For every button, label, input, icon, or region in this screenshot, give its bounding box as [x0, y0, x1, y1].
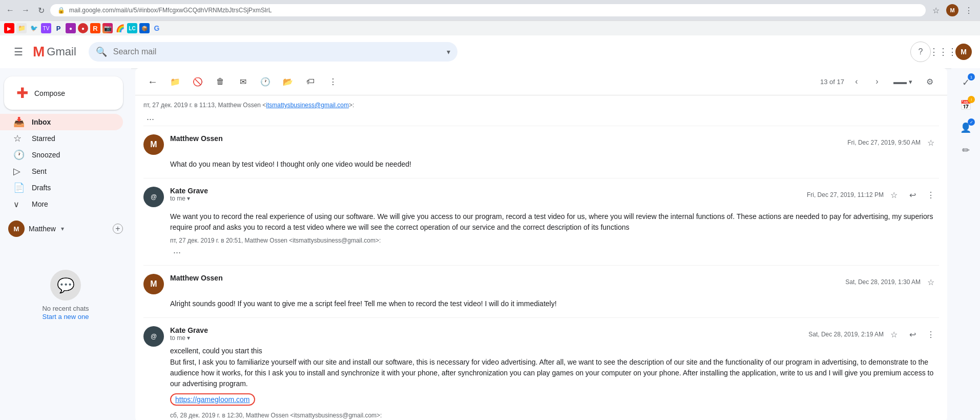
- ext-paypal[interactable]: P: [53, 23, 64, 33]
- star-btn-4[interactable]: ☆: [886, 326, 902, 343]
- user-avatar[interactable]: M: [955, 44, 972, 60]
- kate-avatar-4: @: [143, 326, 164, 347]
- compose-button[interactable]: ✚ Compose: [4, 76, 123, 110]
- sidebar-label-drafts: Drafts: [32, 184, 51, 192]
- report-spam-btn[interactable]: 🚫: [189, 72, 207, 91]
- email-quoted-4: сб, 28 дек. 2019 г. в 12:30, Matthew Oss…: [143, 412, 939, 420]
- sidebar-item-starred[interactable]: ☆ Starred: [0, 130, 123, 147]
- move-to-btn[interactable]: 📂: [279, 72, 297, 91]
- apps-btn[interactable]: ⋮⋮⋮: [933, 42, 953, 62]
- email-recipient-2[interactable]: to me ▾: [170, 195, 801, 202]
- view-chevron-icon: ▾: [909, 78, 912, 86]
- sidebar-account[interactable]: M Matthew ▾ +: [0, 216, 131, 241]
- expand-dots-2[interactable]: ...: [170, 244, 184, 257]
- sidebar-chat: 💬 No recent chats Start a new one: [0, 262, 131, 329]
- more-btn-4[interactable]: ⋮: [923, 326, 939, 343]
- ext-r[interactable]: R: [90, 23, 100, 33]
- browser-chrome: ← → ↻ 🔒 mail.google.com/mail/u/5/#inbox/…: [0, 0, 980, 35]
- ext-purple[interactable]: ●: [66, 23, 76, 33]
- email-sender-2: Kate Grave: [170, 187, 801, 195]
- extensions-bar: ▶ 📁 🐦 TV P ● ● R 📷 🌈 LC 📦 G: [0, 21, 980, 35]
- email-link-container-4: https://gamegloom.com: [170, 393, 939, 406]
- email-meta-4: Kate Grave to me ▾: [170, 326, 802, 342]
- reply-btn-4[interactable]: ↩: [904, 326, 921, 343]
- delete-btn[interactable]: 🗑: [211, 72, 230, 91]
- sidebar-item-snoozed[interactable]: 🕐 Snoozed: [0, 147, 123, 163]
- search-dropdown-icon[interactable]: ▾: [447, 48, 450, 56]
- sidebar-item-inbox[interactable]: 📥 Inbox: [0, 114, 123, 130]
- compose-label: Compose: [34, 89, 65, 97]
- archive-btn[interactable]: 📁: [166, 72, 184, 91]
- back-to-inbox-btn[interactable]: ←: [143, 72, 162, 91]
- label-btn[interactable]: 🏷: [301, 72, 320, 91]
- ext-lc[interactable]: LC: [127, 23, 137, 33]
- ext-google-colors[interactable]: 🌈: [115, 23, 125, 33]
- calendar-btn[interactable]: 📅 !: [955, 95, 976, 115]
- star-btn-3[interactable]: ☆: [923, 274, 939, 290]
- email-recipient-4[interactable]: to me ▾: [170, 334, 802, 342]
- email-sender-3: Matthew Ossen: [170, 274, 223, 282]
- tasks-btn[interactable]: ✓ 1: [955, 72, 976, 93]
- snooze-btn[interactable]: 🕐: [256, 72, 275, 91]
- view-toggle-btn[interactable]: ▬▬ ▾: [889, 76, 916, 88]
- sidebar-item-drafts[interactable]: 📄 Drafts: [0, 179, 123, 196]
- ext-google[interactable]: G: [152, 23, 162, 33]
- star-btn-1[interactable]: ☆: [923, 134, 939, 151]
- ext-box[interactable]: 📦: [139, 23, 150, 33]
- url-text: mail.google.com/mail/u/5/#inbox/FMfcgxwG…: [69, 7, 272, 14]
- sidebar-item-more[interactable]: ∨ More: [0, 196, 123, 212]
- search-input[interactable]: [89, 42, 457, 62]
- bookmark-icon[interactable]: ☆: [929, 3, 943, 17]
- lock-icon: 🔒: [57, 7, 65, 14]
- ext-twitch[interactable]: TV: [41, 23, 51, 33]
- star-btn-2[interactable]: ☆: [886, 187, 902, 203]
- pagination-prev-btn[interactable]: ‹: [848, 73, 865, 90]
- settings-btn[interactable]: ⚙: [921, 72, 939, 91]
- email-body-3: Alright sounds good! If you want to give…: [143, 298, 939, 309]
- notes-btn[interactable]: ✏: [955, 140, 976, 161]
- email-thread-item-1: M Matthew Ossen Fri, Dec 27, 2019, 9:50 …: [143, 126, 939, 178]
- search-icon: 🔍: [96, 46, 107, 57]
- browser-back-btn[interactable]: ←: [4, 4, 16, 16]
- browser-forward-btn[interactable]: →: [19, 4, 32, 16]
- start-new-chat-link[interactable]: Start a new one: [42, 313, 89, 321]
- email-thread-item-3: M Matthew Ossen Sat, Dec 28, 2019, 1:30 …: [143, 266, 939, 318]
- pagination-next-btn[interactable]: ›: [869, 73, 885, 90]
- sidebar-item-sent[interactable]: ▷ Sent: [0, 163, 123, 179]
- email-thread-item-4: @ Kate Grave to me ▾ Sat, Dec 28, 2019, …: [143, 318, 939, 420]
- email-time-1: Fri, Dec 27, 2019, 9:50 AM: [847, 139, 921, 146]
- browser-url-bar[interactable]: 🔒 mail.google.com/mail/u/5/#inbox/FMfcgx…: [50, 4, 926, 16]
- snoozed-icon: 🕐: [13, 149, 24, 161]
- email-meta-1: Matthew Ossen: [170, 134, 841, 143]
- email-quoted-2: пт, 27 дек. 2019 г. в 20:51, Matthew Oss…: [143, 237, 939, 257]
- more-btn-2[interactable]: ⋮: [923, 187, 939, 203]
- email-link-4[interactable]: https://gamegloom.com: [170, 393, 255, 406]
- compose-plus-icon: ✚: [16, 85, 28, 102]
- more-actions-btn[interactable]: ⋮: [324, 72, 342, 91]
- email-messages: пт, 27 дек. 2019 г. в 11:13, Matthew Oss…: [135, 95, 947, 420]
- expand-quoted-1[interactable]: ...: [143, 111, 157, 124]
- email-body-2: We want you to record the real experienc…: [143, 211, 939, 233]
- hamburger-menu-btn[interactable]: ☰: [8, 42, 29, 62]
- ext-instagram[interactable]: 📷: [102, 23, 113, 33]
- sent-icon: ▷: [13, 166, 24, 177]
- ext-red[interactable]: ●: [78, 23, 88, 33]
- reply-btn-2[interactable]: ↩: [904, 187, 921, 203]
- profile-btn[interactable]: M: [945, 3, 960, 17]
- help-btn[interactable]: ?: [910, 42, 931, 62]
- quoted-email-link-1[interactable]: itsmattysbusiness@gmail.com: [266, 102, 349, 109]
- calendar-badge: !: [968, 96, 975, 103]
- extensions-btn[interactable]: ⋮: [962, 3, 976, 17]
- sidebar-label-inbox: Inbox: [32, 118, 51, 126]
- quoted-ref-2: пт, 27 дек. 2019 г. в 20:51, Matthew Oss…: [170, 237, 939, 244]
- contacts-btn[interactable]: 👤 ✓: [955, 117, 976, 138]
- gmail-logo-m: M: [33, 44, 45, 60]
- gmail-sidebar: ✚ Compose 📥 Inbox ☆ Starred 🕐 Snoozed ▷ …: [0, 68, 131, 420]
- mark-unread-btn[interactable]: ✉: [234, 72, 252, 91]
- ext-youtube[interactable]: ▶: [4, 23, 14, 33]
- add-label-btn[interactable]: +: [113, 224, 123, 234]
- browser-reload-btn[interactable]: ↻: [35, 4, 47, 16]
- gmail-search-bar[interactable]: 🔍 ▾: [89, 42, 457, 62]
- ext-bookmarks[interactable]: 📁: [16, 23, 27, 33]
- ext-twitter[interactable]: 🐦: [29, 23, 39, 33]
